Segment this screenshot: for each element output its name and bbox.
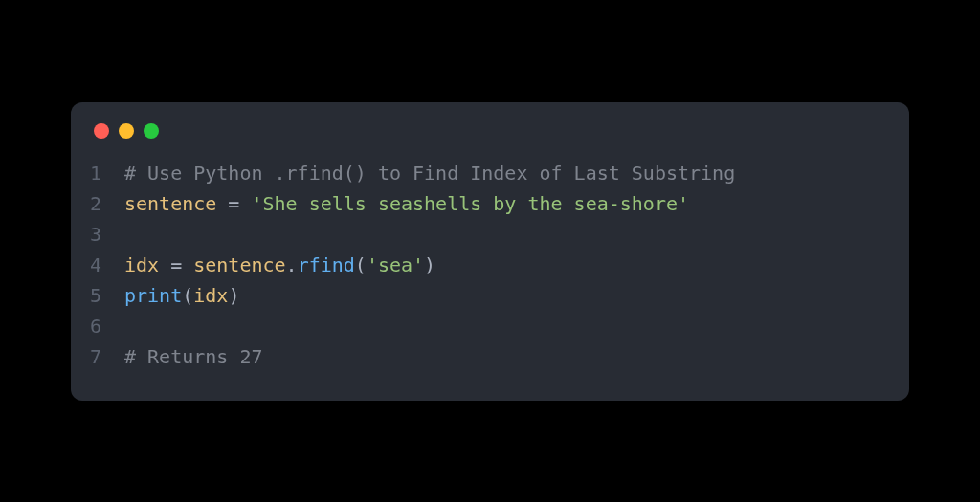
minimize-icon[interactable] [119,123,134,139]
token-ident: idx [124,253,159,276]
token-comment: # Returns 27 [124,345,263,368]
token-punct: ) [228,284,239,307]
line-number: 6 [71,311,124,341]
line-content: idx = sentence.rfind('sea') [124,250,909,280]
token-punct: ( [355,253,367,276]
line-content [124,311,909,341]
token-ident: sentence [124,192,216,215]
line-number: 2 [71,188,124,219]
token-func: print [124,284,182,307]
code-block: 1# Use Python .rfind() to Find Index of … [71,158,909,372]
code-line: 2sentence = 'She sells seashells by the … [71,188,909,219]
line-number: 5 [71,280,124,311]
token-ident: sentence [193,253,285,276]
code-line: 1# Use Python .rfind() to Find Index of … [71,158,909,188]
token-comment: # Use Python .rfind() to Find Index of L… [124,162,735,185]
token-method: rfind [298,253,355,276]
line-content: print(idx) [124,280,909,311]
token-string: 'She sells seashells by the sea-shore' [251,192,689,215]
code-line: 6 [71,311,909,341]
token-punct: . [286,253,298,276]
token-op: = [216,192,251,215]
token-string: 'sea' [367,253,424,276]
code-line: 5print(idx) [71,280,909,311]
line-content [124,219,909,250]
line-number: 1 [71,158,124,188]
code-line: 4idx = sentence.rfind('sea') [71,250,909,280]
token-ident: idx [193,284,228,307]
line-content: # Use Python .rfind() to Find Index of L… [124,158,909,188]
line-number: 7 [71,341,124,372]
line-number: 3 [71,219,124,250]
line-content: sentence = 'She sells seashells by the s… [124,188,909,219]
code-window: 1# Use Python .rfind() to Find Index of … [71,102,909,401]
close-icon[interactable] [94,123,109,139]
line-content: # Returns 27 [124,341,909,372]
line-number: 4 [71,250,124,280]
token-punct: ( [182,284,193,307]
window-titlebar [71,123,909,158]
maximize-icon[interactable] [144,123,159,139]
token-punct: ) [424,253,435,276]
code-line: 3 [71,219,909,250]
code-line: 7# Returns 27 [71,341,909,372]
token-op: = [159,253,193,276]
